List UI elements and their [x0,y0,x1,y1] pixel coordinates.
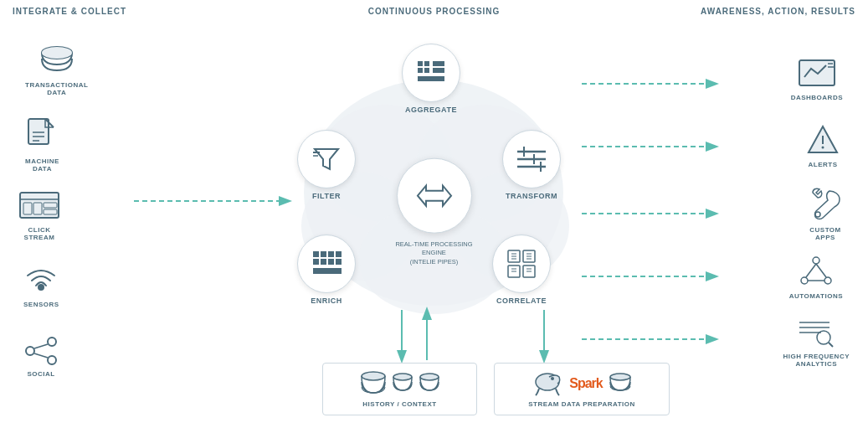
stream-icons: Spark [531,370,632,397]
svg-point-27 [38,284,44,291]
svg-rect-38 [433,68,444,73]
file-icon [27,117,57,154]
svg-point-30 [48,356,56,364]
svg-rect-68 [313,268,342,274]
browser-icon [18,191,60,223]
diagram: INTEGRATE & COLLECT CONTINUOUS PROCESSIN… [0,0,868,428]
dashboards-label: DASHBOARDS [791,94,843,101]
nodes-icon [799,255,833,289]
analytics: HIGH FREQUENCYANALYTICS [783,314,850,368]
engine-circle [397,157,472,233]
svg-rect-65 [336,251,342,257]
search-chart-icon [796,314,836,349]
filter-circle [297,130,356,188]
db1-icon [359,370,388,397]
enrich-icon [311,250,342,278]
wifi-icon [23,264,59,297]
enrich-node: ENRICH [297,235,356,305]
history-box: HISTORY / CONTEXT [322,363,477,415]
svg-point-77 [815,212,820,217]
alert-icon [807,124,839,157]
svg-point-94 [610,374,630,380]
transform-icon [516,145,547,173]
filter-label: FILTER [312,192,341,200]
db2-icon [391,372,414,395]
aggregate-icon [416,59,446,86]
sensors-label: SENSORS [23,301,59,308]
machine-label: MACHINEDATA [25,157,59,173]
svg-point-89 [362,372,385,380]
svg-rect-62 [313,259,319,265]
transform-circle [502,130,561,188]
svg-point-28 [26,347,34,355]
machine-data: MACHINEDATA [25,117,59,173]
svg-point-93 [551,377,554,380]
svg-rect-35 [418,68,423,73]
history-icons [359,370,441,397]
transactional-data: TRANSACTIONALDATA [25,46,88,96]
database-icon [39,46,75,78]
svg-rect-37 [433,61,444,66]
svg-point-78 [813,257,819,264]
social-label: SOCIAL [27,370,54,378]
svg-rect-66 [328,259,334,265]
svg-point-80 [824,277,831,284]
svg-point-16 [42,47,72,59]
chart-icon [798,59,836,90]
correlate-icon [506,249,537,279]
custom-apps-label: CUSTOMAPPS [809,226,841,241]
filter-node: FILTER [297,130,356,200]
stream-label: STREAM DATA PREPARATION [528,400,635,408]
svg-rect-67 [336,259,342,265]
wrench-icon [806,186,845,223]
share-icon [23,335,59,367]
enrich-circle [297,235,356,293]
alerts-label: ALERTS [809,161,838,168]
db3-icon [418,372,441,395]
transform-node: TRANSFORM [502,130,561,200]
correlate-label: CORRELATE [496,297,547,305]
svg-rect-33 [418,61,423,66]
svg-rect-64 [328,251,334,257]
aggregate-node: AGGREGATE [402,44,460,114]
automations-label: AUTOMATIONS [789,292,843,300]
social: SOCIAL [23,335,59,378]
svg-point-79 [801,277,808,284]
svg-line-81 [806,264,816,277]
svg-rect-61 [321,251,326,257]
engine-icon [414,178,455,212]
stream-box: Spark STREAM DATA PREPARATION [494,363,670,415]
correlate-node: CORRELATE [492,235,551,305]
svg-point-76 [822,147,824,149]
aggregate-label: AGGREGATE [405,106,457,114]
svg-line-82 [816,264,826,277]
history-label: HISTORY / CONTEXT [362,400,436,408]
custom-apps: CUSTOMAPPS [806,186,845,241]
svg-rect-34 [424,61,429,66]
analytics-label: HIGH FREQUENCYANALYTICS [783,353,850,368]
filter-icon [311,144,342,174]
sensors: SENSORS [23,264,59,308]
svg-line-31 [34,344,48,348]
correlate-circle [492,235,551,293]
dashboards: DASHBOARDS [791,59,843,101]
svg-point-29 [48,338,56,346]
svg-line-88 [829,343,833,347]
svg-rect-63 [321,259,326,265]
stream-db-icon [608,372,633,395]
alerts: ALERTS [807,124,839,168]
svg-point-87 [817,331,830,344]
transform-label: TRANSFORM [506,192,557,200]
svg-point-91 [420,374,439,380]
aggregate-circle [402,44,460,102]
svg-line-32 [34,353,48,358]
engine-label: REAL-TIME PROCESSING ENGINE(INTELIE PIPE… [388,240,480,266]
click-stream: CLICKSTREAM [18,191,60,241]
hadoop-icon [531,370,564,397]
svg-rect-60 [313,251,319,257]
clickstream-label: CLICKSTREAM [24,226,55,241]
automations: AUTOMATIONS [789,255,843,300]
center-engine: REAL-TIME PROCESSING ENGINE(INTELIE PIPE… [388,157,480,266]
svg-point-90 [393,374,412,380]
svg-rect-36 [424,68,429,73]
